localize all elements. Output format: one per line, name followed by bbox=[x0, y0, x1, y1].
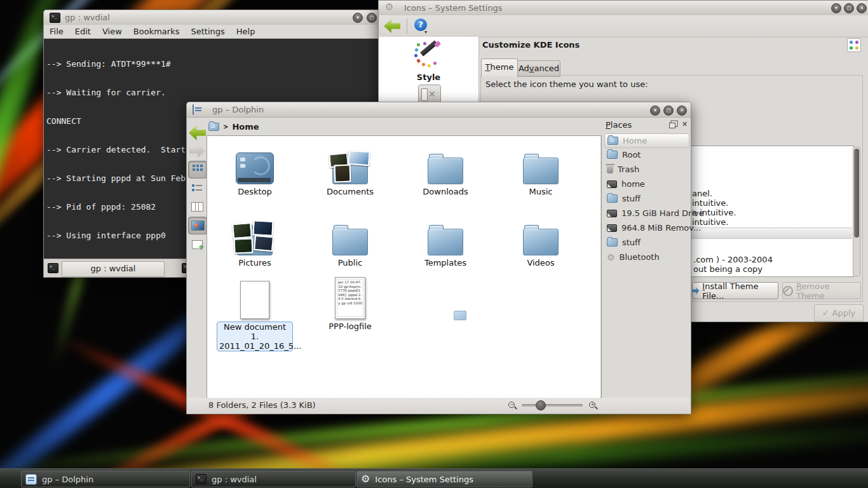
dolphin-window-title: gp – Dolphin bbox=[212, 105, 264, 114]
theme-description-fragment: out being a copy bbox=[693, 264, 763, 274]
file-item-templates[interactable]: Templates bbox=[398, 211, 493, 268]
apply-button[interactable]: ✓ Apply bbox=[814, 304, 864, 322]
menu-edit[interactable]: Edit bbox=[69, 25, 97, 38]
install-theme-button[interactable]: Install Theme File... bbox=[692, 282, 778, 299]
file-item-documents[interactable]: Documents bbox=[302, 140, 398, 196]
breadcrumb-home-icon[interactable] bbox=[208, 123, 219, 131]
task-wvdial[interactable]: gp : wvdial bbox=[191, 471, 356, 487]
terminal-titlebar[interactable]: gp : wvdial bbox=[44, 10, 382, 25]
help-dropdown-caret-icon[interactable]: ▾ bbox=[424, 29, 427, 35]
settings-close-button[interactable] bbox=[857, 3, 867, 13]
task-system-settings[interactable]: ⚙ Icons – System Settings bbox=[356, 471, 532, 487]
place-stuff-2[interactable]: stuff bbox=[604, 236, 688, 249]
folder-icon bbox=[523, 229, 559, 255]
menu-view[interactable]: View bbox=[97, 25, 128, 38]
file-item-music[interactable]: Music bbox=[493, 140, 588, 196]
zoom-slider-thumb[interactable] bbox=[536, 400, 546, 410]
terminal-maximize-button[interactable] bbox=[367, 13, 377, 23]
menu-bookmarks[interactable]: Bookmarks bbox=[128, 25, 186, 38]
select-theme-label: Select the icon theme you want to use: bbox=[485, 79, 648, 89]
new-tab-button[interactable] bbox=[48, 263, 58, 273]
remove-icon bbox=[783, 286, 793, 296]
folder-icon bbox=[428, 229, 463, 255]
theme-list-fragment: anel. bbox=[692, 189, 712, 198]
dolphin-forward-button[interactable] bbox=[189, 144, 205, 158]
breadcrumb-home-label[interactable]: Home bbox=[232, 122, 259, 132]
places-panel: Places ✕ Home Root Trash home st bbox=[603, 119, 689, 398]
icons-module-icon bbox=[847, 38, 861, 52]
split-view-button[interactable] bbox=[188, 237, 206, 252]
place-root[interactable]: Root bbox=[604, 148, 688, 161]
style-category-icon[interactable] bbox=[413, 41, 444, 71]
logfile-icon: Jan 17 09:47:18 gp-Aspire-5738 pppd[1946… bbox=[335, 277, 365, 319]
settings-window-title: Icons – System Settings bbox=[404, 3, 503, 13]
terminal-tab[interactable]: gp : wvdial bbox=[62, 261, 165, 277]
gear-icon: ⚙ bbox=[361, 475, 370, 484]
place-home-drive[interactable]: home bbox=[604, 177, 688, 191]
tab-theme[interactable]: Theme bbox=[481, 58, 518, 76]
preview-button[interactable] bbox=[188, 217, 207, 234]
file-item-pictures[interactable]: Pictures bbox=[207, 211, 302, 268]
settings-maximize-button[interactable] bbox=[844, 3, 854, 13]
folder-icon bbox=[607, 151, 618, 159]
drive-icon bbox=[607, 224, 617, 232]
file-item-videos[interactable]: Videos bbox=[493, 211, 588, 268]
place-stuff[interactable]: stuff bbox=[604, 192, 688, 205]
settings-heading: Customize KDE Icons bbox=[482, 40, 580, 50]
dolphin-minimize-button[interactable] bbox=[650, 105, 660, 116]
file-item-public[interactable]: Public bbox=[302, 211, 398, 268]
place-bluetooth[interactable]: ⚙ Bluetooth bbox=[604, 250, 688, 264]
places-close-icon[interactable]: ✕ bbox=[682, 120, 688, 128]
back-arrow-icon[interactable] bbox=[384, 19, 400, 33]
icons-view-button[interactable] bbox=[188, 161, 207, 179]
menu-settings[interactable]: Settings bbox=[185, 25, 230, 38]
logfile-preview-text: Jan 17 09:47:18 gp-Aspire-5738 pppd[1946… bbox=[337, 279, 363, 317]
columns-view-button[interactable] bbox=[188, 199, 206, 214]
apply-check-icon: ✓ bbox=[822, 308, 829, 318]
settings-titlebar[interactable]: ⚙ Icons – System Settings bbox=[379, 1, 868, 16]
desktop-screen: gp : wvdial FileEditViewBookmarksSetting… bbox=[0, 0, 868, 488]
trash-icon bbox=[607, 166, 613, 173]
pictures-folder-icon bbox=[237, 229, 273, 255]
breadcrumb: > Home bbox=[208, 120, 259, 133]
places-header: Places bbox=[606, 120, 632, 130]
folder-icon bbox=[607, 238, 618, 247]
settings-minimize-button[interactable] bbox=[831, 3, 841, 13]
theme-list-scrollbar[interactable] bbox=[853, 147, 860, 276]
dolphin-titlebar[interactable]: gp – Dolphin bbox=[187, 102, 691, 118]
menu-file[interactable]: File bbox=[44, 25, 69, 38]
file-view[interactable]: Desktop Documents Downloads Music bbox=[207, 135, 602, 399]
install-arrow-icon bbox=[693, 287, 699, 294]
place-removable-drive[interactable]: 964.8 MiB Remov... bbox=[604, 221, 688, 234]
remove-theme-button[interactable]: Remove Theme bbox=[782, 282, 861, 299]
place-trash[interactable]: Trash bbox=[604, 163, 688, 176]
terminal-menubar: FileEditViewBookmarksSettingsHelp bbox=[44, 25, 382, 39]
places-float-icon[interactable] bbox=[669, 123, 675, 128]
zoom-slider-track[interactable] bbox=[522, 404, 583, 407]
style-category-label[interactable]: Style bbox=[379, 72, 478, 82]
taskbar: ✻ gp – Dolphin gp : wvdial ⚙ Icons – Sys… bbox=[0, 468, 868, 488]
place-hard-drive[interactable]: 19.5 GiB Hard Drive bbox=[604, 207, 688, 220]
scrollbar-thumb[interactable] bbox=[854, 149, 859, 238]
settings-app-gear-icon: ⚙ bbox=[385, 3, 393, 11]
menu-help[interactable]: Help bbox=[231, 25, 261, 38]
dolphin-back-button[interactable] bbox=[189, 125, 206, 140]
task-dolphin[interactable]: gp – Dolphin bbox=[21, 471, 190, 487]
dolphin-window: gp – Dolphin > Home bbox=[186, 102, 691, 414]
terminal-line: --> Waiting for carrier. bbox=[46, 88, 379, 97]
details-view-button[interactable] bbox=[188, 181, 206, 196]
dolphin-maximize-button[interactable] bbox=[663, 105, 674, 116]
folder-icon bbox=[523, 158, 559, 184]
file-item-desktop[interactable]: Desktop bbox=[207, 140, 302, 196]
terminal-minimize-button[interactable] bbox=[353, 13, 363, 23]
settings-toolbar: ? ▾ bbox=[379, 15, 868, 37]
home-icon bbox=[607, 137, 618, 145]
file-item-downloads[interactable]: Downloads bbox=[398, 140, 493, 196]
dolphin-close-button[interactable] bbox=[677, 105, 687, 116]
ghost-icon bbox=[454, 311, 466, 320]
place-home[interactable]: Home bbox=[604, 133, 689, 148]
file-item-ppp-logfile[interactable]: Jan 17 09:47:18 gp-Aspire-5738 pppd[1946… bbox=[302, 274, 398, 331]
file-item-new-document[interactable]: New document 1. 2011_01_20_16_5... bbox=[207, 274, 302, 351]
dolphin-app-icon bbox=[193, 104, 194, 115]
breadcrumb-separator-icon: > bbox=[223, 123, 228, 130]
